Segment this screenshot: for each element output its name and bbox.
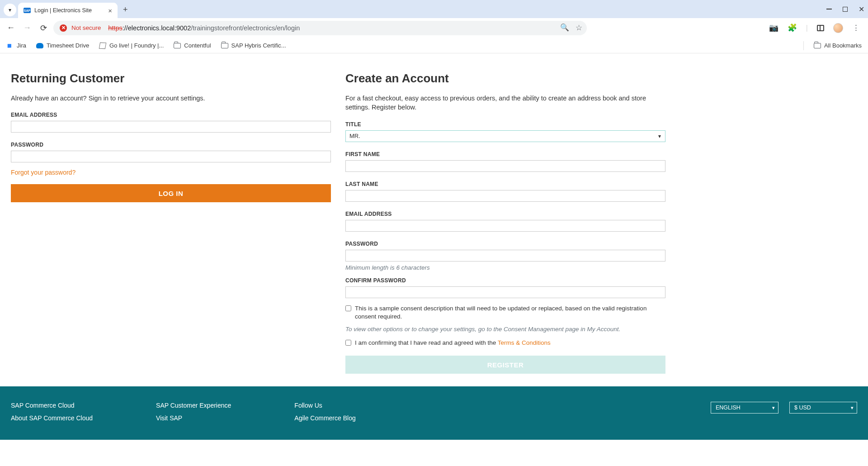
footer-link[interactable]: Visit SAP [156, 414, 231, 422]
bookmark-star-icon[interactable]: ☆ [576, 23, 582, 33]
footer-link[interactable]: SAP Customer Experience [156, 402, 231, 409]
onedrive-icon [36, 42, 43, 49]
page-viewport[interactable]: Returning Customer Already have an accou… [0, 53, 868, 466]
chrome-menu-icon[interactable]: ⋮ [852, 23, 860, 33]
bookmark-timesheet[interactable]: Timesheet Drive [36, 42, 89, 49]
bookmark-label: Timesheet Drive [47, 42, 89, 49]
footer-link[interactable]: Follow Us [294, 402, 355, 409]
title-select[interactable]: MR. [345, 130, 665, 142]
footer-link[interactable]: About SAP Commerce Cloud [11, 414, 93, 422]
zoom-icon[interactable]: 🔍 [560, 23, 569, 33]
browser-chrome: ▾ SAP Login | Electronics Site × + ✕ ← →… [0, 0, 868, 53]
titlebar: ▾ SAP Login | Electronics Site × + ✕ [0, 0, 868, 18]
new-tab-button[interactable]: + [123, 5, 128, 14]
register-section: Create an Account For a fast checkout, e… [345, 71, 665, 374]
window-maximize-icon[interactable] [843, 7, 848, 12]
url-text: https://electronics.local:9002/trainings… [108, 24, 300, 32]
bookmark-label: Go live! | Foundry |... [109, 42, 164, 49]
currency-select[interactable]: $ USD [789, 402, 857, 414]
confirm-password-input[interactable] [345, 286, 665, 298]
register-desc: For a fast checkout, easy access to prev… [345, 94, 665, 112]
register-password-label: PASSWORD [345, 241, 665, 247]
bookmark-contentful[interactable]: Contentful [174, 42, 211, 49]
title-label: TITLE [345, 121, 665, 128]
register-button[interactable]: REGISTER [345, 356, 665, 374]
nav-back-icon[interactable]: ← [5, 23, 17, 33]
login-password-input[interactable] [11, 151, 331, 162]
tab-close-icon[interactable]: × [108, 7, 112, 14]
terms-checkbox[interactable] [345, 340, 351, 346]
bookmark-label: Jira [17, 42, 26, 49]
login-heading: Returning Customer [11, 71, 331, 86]
login-password-label: PASSWORD [11, 142, 331, 148]
register-email-input[interactable] [345, 220, 665, 232]
consent-checkbox[interactable] [345, 305, 351, 311]
tab-search-dropdown[interactable]: ▾ [4, 4, 16, 16]
footer-col-1: SAP Commerce Cloud About SAP Commerce Cl… [11, 402, 93, 422]
url-host: ://electronics.local:9002 [123, 24, 191, 32]
terms-row[interactable]: I am confirming that I have read and agr… [345, 339, 665, 347]
bookmark-jira[interactable]: ◆Jira [6, 42, 26, 49]
browser-tab[interactable]: SAP Login | Electronics Site × [18, 3, 118, 18]
jira-icon: ◆ [5, 40, 15, 51]
login-desc: Already have an account? Sign in to retr… [11, 94, 331, 103]
bookmark-label: SAP Hybris Certific... [231, 42, 286, 49]
footer-link[interactable]: Agile Commerce Blog [294, 414, 355, 422]
register-password-input[interactable] [345, 250, 665, 262]
url-protocol: https [108, 24, 122, 32]
bookmark-hybris[interactable]: SAP Hybris Certific... [221, 42, 286, 49]
terms-link[interactable]: Terms & Conditions [498, 339, 551, 346]
consent-row[interactable]: This is a sample consent description tha… [345, 304, 665, 322]
consent-text: This is a sample consent description tha… [355, 304, 665, 322]
register-email-label: EMAIL ADDRESS [345, 211, 665, 217]
nav-forward-icon[interactable]: → [21, 23, 33, 33]
footer-col-2: SAP Customer Experience Visit SAP [156, 402, 231, 422]
address-bar[interactable]: ✕ Not secure https://electronics.local:9… [53, 21, 587, 35]
folder-icon [814, 42, 821, 49]
extensions-icon[interactable]: 🧩 [788, 23, 797, 33]
url-path: /trainingstorefront/electronics/en/login [191, 24, 300, 32]
window-close-icon[interactable]: ✕ [859, 5, 864, 14]
profile-avatar-icon[interactable] [833, 23, 843, 33]
password-hint: Minimum length is 6 characters [345, 264, 665, 271]
consent-note: To view other options or to change your … [345, 326, 665, 333]
bookmarks-divider [803, 41, 804, 50]
footer-col-3: Follow Us Agile Commerce Blog [294, 402, 355, 422]
language-select[interactable]: ENGLISH [711, 402, 778, 414]
confirm-password-label: CONFIRM PASSWORD [345, 277, 665, 284]
window-minimize-icon[interactable] [826, 9, 832, 10]
login-email-label: EMAIL ADDRESS [11, 112, 331, 118]
terms-text: I am confirming that I have read and agr… [355, 339, 551, 347]
bookmark-label: All Bookmarks [824, 42, 862, 49]
cube-icon [99, 42, 106, 49]
bookmark-label: Contentful [184, 42, 211, 49]
window-controls: ✕ [826, 0, 864, 18]
folder-icon [174, 42, 181, 49]
login-email-input[interactable] [11, 121, 331, 133]
not-secure-label: Not secure [71, 24, 101, 31]
page-content: Returning Customer Already have an accou… [0, 53, 676, 374]
browser-toolbar: ← → ⟳ ✕ Not secure https://electronics.l… [0, 18, 868, 38]
terms-prefix: I am confirming that I have read and agr… [355, 339, 498, 346]
bookmark-all[interactable]: All Bookmarks [814, 42, 862, 49]
camera-icon[interactable]: 📷 [769, 23, 778, 33]
nav-reload-icon[interactable]: ⟳ [37, 23, 50, 33]
bookmarks-bar: ◆Jira Timesheet Drive Go live! | Foundry… [0, 38, 868, 53]
side-panel-icon[interactable] [817, 25, 824, 31]
first-name-label: FIRST NAME [345, 151, 665, 157]
not-secure-icon: ✕ [60, 24, 67, 32]
last-name-label: LAST NAME [345, 181, 665, 187]
last-name-input[interactable] [345, 190, 665, 202]
first-name-input[interactable] [345, 160, 665, 172]
site-footer: SAP Commerce Cloud About SAP Commerce Cl… [0, 386, 868, 440]
tab-title: Login | Electronics Site [34, 7, 92, 14]
folder-icon [221, 42, 228, 49]
login-button[interactable]: LOG IN [11, 184, 331, 202]
footer-link[interactable]: SAP Commerce Cloud [11, 402, 93, 409]
bookmark-golive[interactable]: Go live! | Foundry |... [99, 42, 164, 49]
register-heading: Create an Account [345, 71, 665, 86]
forgot-password-link[interactable]: Forgot your password? [11, 169, 75, 176]
login-section: Returning Customer Already have an accou… [11, 71, 331, 374]
tab-favicon-icon: SAP [24, 8, 31, 13]
